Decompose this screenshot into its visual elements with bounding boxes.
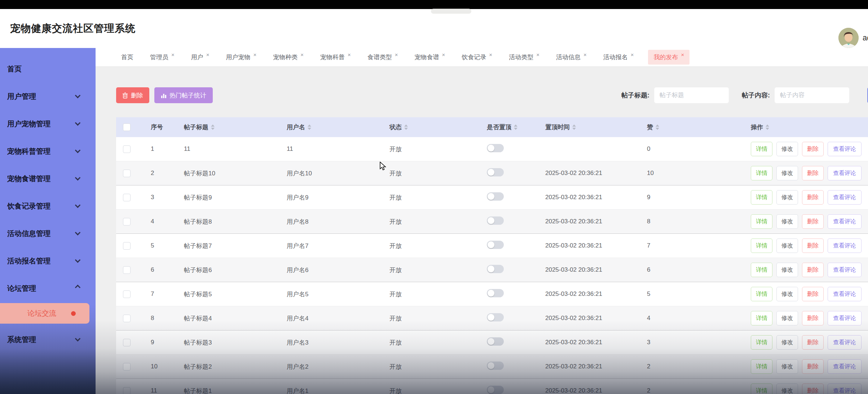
view-comments-button[interactable]: 查看评论 [828,190,862,205]
edit-button[interactable]: 修改 [776,335,798,350]
close-icon[interactable]: × [536,52,539,57]
row-delete-button[interactable]: 删除 [802,384,824,394]
close-icon[interactable]: × [348,52,351,57]
row-checkbox[interactable] [123,145,131,153]
row-delete-button[interactable]: 删除 [802,238,824,253]
pin-toggle[interactable] [487,241,504,249]
hot-posts-stats-button[interactable]: 热门帖子统计 [154,87,213,103]
row-delete-button[interactable]: 删除 [802,142,824,156]
select-all-checkbox[interactable] [123,123,131,131]
sidebar-item[interactable]: 宠物食谱管理 [0,165,96,192]
sidebar-item[interactable]: 用户管理 [0,83,96,110]
view-comments-button[interactable]: 查看评论 [828,335,862,350]
row-checkbox[interactable] [123,315,131,322]
tab-item[interactable]: 宠物种类× [271,50,306,65]
column-header[interactable]: 序号 [137,123,175,131]
delete-button[interactable]: 删除 [116,87,149,103]
tab-item[interactable]: 管理员× [148,50,177,65]
sidebar-item[interactable]: 系统管理 [0,326,96,353]
column-header[interactable]: 是否置顶 [478,123,536,131]
edit-button[interactable]: 修改 [776,214,798,229]
sidebar-item[interactable]: 用户宠物管理 [0,110,96,137]
close-icon[interactable]: × [254,52,257,57]
pin-toggle[interactable] [487,289,504,297]
tab-item[interactable]: 首页 [119,50,136,65]
row-checkbox[interactable] [123,170,131,177]
pin-toggle[interactable] [487,386,504,394]
row-delete-button[interactable]: 删除 [802,190,824,205]
sort-icon[interactable] [656,124,659,130]
sidebar-subitem-forum-exchange[interactable]: 论坛交流 [0,303,89,324]
tab-item[interactable]: 用户宠物× [224,50,259,65]
view-comments-button[interactable]: 查看评论 [828,287,862,301]
edit-button[interactable]: 修改 [776,166,798,180]
column-header[interactable]: 用户名 [278,123,380,131]
pin-toggle[interactable] [487,337,504,346]
detail-button[interactable]: 详情 [751,311,772,325]
sidebar-item[interactable]: 首页 [0,55,96,83]
sort-icon[interactable] [404,124,408,130]
tab-item[interactable]: 宠物食谱× [413,50,448,65]
edit-button[interactable]: 修改 [776,287,798,301]
sort-icon[interactable] [572,124,576,130]
close-icon[interactable]: × [631,52,634,57]
post-title-input[interactable] [654,87,729,103]
detail-button[interactable]: 详情 [751,359,772,374]
row-checkbox[interactable] [123,242,131,250]
pin-toggle[interactable] [487,192,504,201]
row-delete-button[interactable]: 删除 [802,311,824,325]
row-delete-button[interactable]: 删除 [802,166,824,180]
detail-button[interactable]: 详情 [751,190,772,205]
detail-button[interactable]: 详情 [751,335,772,350]
column-header[interactable]: 帖子标题 [175,123,278,131]
close-icon[interactable]: × [300,52,304,57]
post-content-input[interactable] [775,87,849,103]
row-delete-button[interactable]: 删除 [802,214,824,229]
detail-button[interactable]: 详情 [751,238,772,253]
detail-button[interactable]: 详情 [751,142,772,156]
row-checkbox[interactable] [123,194,131,201]
sort-icon[interactable] [514,124,517,130]
row-delete-button[interactable]: 删除 [802,335,824,350]
pin-toggle[interactable] [487,168,504,176]
edit-button[interactable]: 修改 [776,384,798,394]
row-delete-button[interactable]: 删除 [802,359,824,374]
detail-button[interactable]: 详情 [751,287,772,301]
tab-item[interactable]: 宠物科普× [318,50,353,65]
view-comments-button[interactable]: 查看评论 [828,263,862,277]
view-comments-button[interactable]: 查看评论 [828,166,862,180]
detail-button[interactable]: 详情 [751,214,772,229]
detail-button[interactable]: 详情 [751,263,772,277]
tab-item[interactable]: 用户× [189,50,212,65]
column-header[interactable]: 操作 [742,123,868,131]
close-icon[interactable]: × [681,52,684,57]
tab-item[interactable]: 活动类型× [507,50,542,65]
edit-button[interactable]: 修改 [776,142,798,156]
sidebar-item[interactable]: 宠物科普管理 [0,137,96,165]
sidebar-item[interactable]: 论坛管理 [0,275,96,302]
close-icon[interactable]: × [442,52,445,57]
tab-item[interactable]: 食谱类型× [365,50,400,65]
close-icon[interactable]: × [583,52,587,57]
sidebar-item[interactable]: 活动报名管理 [0,247,96,275]
row-delete-button[interactable]: 删除 [802,287,824,301]
row-checkbox[interactable] [123,387,131,394]
view-comments-button[interactable]: 查看评论 [828,384,862,394]
edit-button[interactable]: 修改 [776,263,798,277]
close-icon[interactable]: × [206,52,210,57]
sort-icon[interactable] [766,124,769,130]
view-comments-button[interactable]: 查看评论 [828,311,862,325]
row-checkbox[interactable] [123,363,131,371]
sort-icon[interactable] [211,124,215,130]
edit-button[interactable]: 修改 [776,359,798,374]
sort-icon[interactable] [308,124,311,130]
row-delete-button[interactable]: 删除 [802,263,824,277]
sidebar-item[interactable]: 饮食记录管理 [0,192,96,220]
edit-button[interactable]: 修改 [776,238,798,253]
tab-item[interactable]: 活动信息× [554,50,589,65]
row-checkbox[interactable] [123,339,131,346]
edit-button[interactable]: 修改 [776,311,798,325]
view-comments-button[interactable]: 查看评论 [828,214,862,229]
column-header[interactable]: 状态 [380,123,478,131]
pin-toggle[interactable] [487,313,504,321]
